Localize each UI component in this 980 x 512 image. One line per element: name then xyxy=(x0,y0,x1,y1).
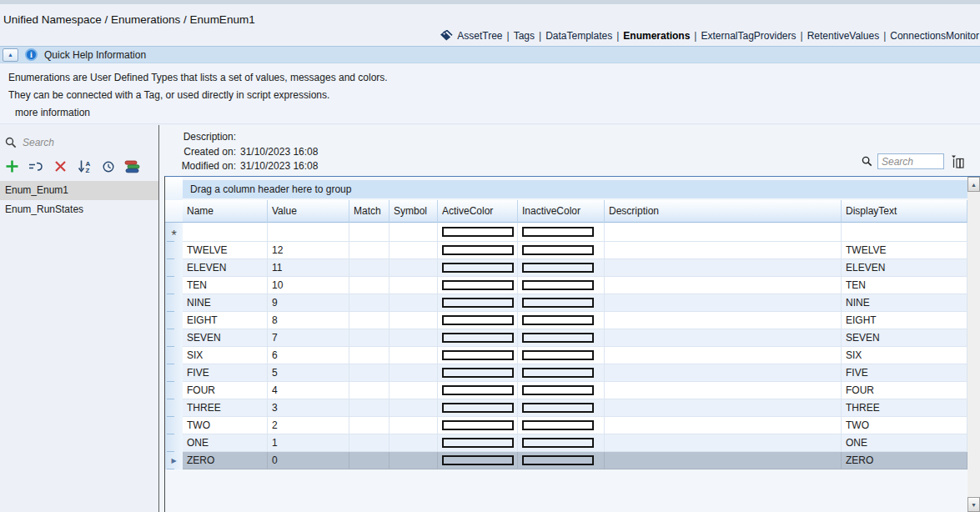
cell-name[interactable]: TEN xyxy=(183,277,268,294)
grid-new-row[interactable]: * xyxy=(165,223,967,242)
cell-value[interactable]: 9 xyxy=(268,294,349,312)
cell-activecolor[interactable] xyxy=(438,364,518,382)
cell-inactivecolor[interactable] xyxy=(518,242,605,259)
table-row[interactable]: EIGHT8EIGHT xyxy=(165,312,967,329)
active-color-swatch[interactable] xyxy=(442,333,514,343)
table-row[interactable]: ONE1ONE xyxy=(165,434,967,452)
cell-activecolor[interactable] xyxy=(438,259,518,277)
cell-activecolor[interactable] xyxy=(438,294,518,312)
column-header-displaytext[interactable]: DisplayText xyxy=(842,200,967,223)
cell-name[interactable]: FOUR xyxy=(183,382,268,399)
table-row[interactable]: SIX6SIX xyxy=(165,347,967,364)
cell-activecolor[interactable] xyxy=(438,312,518,329)
nav-item-datatemplates[interactable]: DataTemplates xyxy=(545,30,612,42)
cell-value[interactable]: 8 xyxy=(268,312,349,329)
cell-description[interactable] xyxy=(605,242,842,259)
cell-activecolor[interactable] xyxy=(438,242,518,259)
cell-symbol[interactable] xyxy=(389,364,438,382)
cell-symbol[interactable] xyxy=(389,223,438,242)
cell-value[interactable]: 3 xyxy=(268,399,349,417)
cell-display_text[interactable]: SIX xyxy=(842,347,967,364)
table-row[interactable]: THREE3THREE xyxy=(165,399,967,417)
cell-match[interactable] xyxy=(349,399,389,417)
table-row[interactable]: FIVE5FIVE xyxy=(165,364,967,382)
cell-match[interactable] xyxy=(349,259,389,277)
cell-description[interactable] xyxy=(605,312,842,329)
grid-search-input[interactable] xyxy=(882,156,940,168)
cell-name[interactable]: FIVE xyxy=(183,364,268,382)
cell-description[interactable] xyxy=(605,259,842,277)
cell-value[interactable]: 11 xyxy=(268,259,349,277)
cell-activecolor[interactable] xyxy=(438,452,518,469)
cell-symbol[interactable] xyxy=(389,312,438,329)
sort-button[interactable]: A Z xyxy=(76,158,93,174)
cell-display_text[interactable]: TWO xyxy=(842,417,967,434)
cell-match[interactable] xyxy=(349,364,389,382)
column-header-symbol[interactable]: Symbol xyxy=(389,200,438,223)
list-item-enum-runstates[interactable]: Enum_RunStates xyxy=(0,200,158,219)
cell-value[interactable]: 10 xyxy=(268,277,349,294)
cell-inactivecolor[interactable] xyxy=(518,347,605,364)
cell-symbol[interactable] xyxy=(389,259,438,277)
cell-value[interactable] xyxy=(268,223,349,242)
cell-description[interactable] xyxy=(605,399,842,417)
table-row[interactable]: NINE9NINE xyxy=(165,294,967,312)
scroll-up-button[interactable]: ▲ xyxy=(967,177,980,192)
cell-symbol[interactable] xyxy=(389,399,438,417)
cell-description[interactable] xyxy=(605,277,842,294)
cell-value[interactable]: 4 xyxy=(268,382,349,399)
active-color-swatch[interactable] xyxy=(442,420,514,430)
active-color-swatch[interactable] xyxy=(442,245,514,255)
cell-symbol[interactable] xyxy=(389,417,438,434)
cell-inactivecolor[interactable] xyxy=(518,382,605,399)
cell-match[interactable] xyxy=(349,452,389,469)
cell-match[interactable] xyxy=(349,242,389,259)
cell-name[interactable]: TWO xyxy=(183,417,268,434)
table-row[interactable]: FOUR4FOUR xyxy=(165,382,967,399)
cell-inactivecolor[interactable] xyxy=(518,277,605,294)
cell-symbol[interactable] xyxy=(389,452,438,469)
cell-name[interactable]: EIGHT xyxy=(183,312,268,329)
cell-match[interactable] xyxy=(349,223,389,242)
cell-activecolor[interactable] xyxy=(438,223,518,242)
cell-match[interactable] xyxy=(349,329,389,347)
cell-inactivecolor[interactable] xyxy=(518,223,605,242)
cell-match[interactable] xyxy=(349,294,389,312)
cell-inactivecolor[interactable] xyxy=(518,452,605,469)
nav-item-retentivevalues[interactable]: RetentiveValues xyxy=(807,30,880,42)
sidebar-search-input[interactable] xyxy=(23,137,123,148)
cell-display_text[interactable]: ELEVEN xyxy=(842,259,967,277)
cell-match[interactable] xyxy=(349,434,389,452)
active-color-swatch[interactable] xyxy=(442,438,514,448)
cell-inactivecolor[interactable] xyxy=(518,259,605,277)
cell-symbol[interactable] xyxy=(389,242,438,259)
cell-display_text[interactable]: NINE xyxy=(842,294,967,312)
cell-value[interactable]: 12 xyxy=(268,242,349,259)
inactive-color-swatch[interactable] xyxy=(522,333,594,343)
cell-description[interactable] xyxy=(605,434,842,452)
cell-display_text[interactable]: SEVEN xyxy=(842,329,967,347)
inactive-color-swatch[interactable] xyxy=(522,350,594,360)
cell-name[interactable]: NINE xyxy=(183,294,268,312)
history-button[interactable] xyxy=(100,158,117,174)
active-color-swatch[interactable] xyxy=(442,455,514,465)
active-color-swatch[interactable] xyxy=(442,315,514,325)
inactive-color-swatch[interactable] xyxy=(522,227,594,237)
cell-name[interactable]: ZERO xyxy=(183,452,268,469)
active-color-swatch[interactable] xyxy=(442,403,514,413)
cell-activecolor[interactable] xyxy=(438,382,518,399)
cell-description[interactable] xyxy=(605,223,842,242)
nav-item-assettree[interactable]: AssetTree xyxy=(457,30,502,42)
group-drop-zone[interactable]: Drag a column header here to group xyxy=(183,180,967,198)
table-row[interactable]: ▶ZERO0ZERO xyxy=(165,452,967,469)
cell-activecolor[interactable] xyxy=(438,434,518,452)
cell-activecolor[interactable] xyxy=(438,399,518,417)
cell-symbol[interactable] xyxy=(389,277,438,294)
inactive-color-swatch[interactable] xyxy=(522,438,594,448)
cell-symbol[interactable] xyxy=(389,294,438,312)
nav-item-tags[interactable]: Tags xyxy=(514,30,535,42)
cell-description[interactable] xyxy=(605,364,842,382)
nav-item-externaltagproviders[interactable]: ExternalTagProviders xyxy=(701,30,796,42)
scroll-down-button[interactable]: ▼ xyxy=(967,497,980,512)
table-row[interactable]: TEN10TEN xyxy=(165,277,967,294)
